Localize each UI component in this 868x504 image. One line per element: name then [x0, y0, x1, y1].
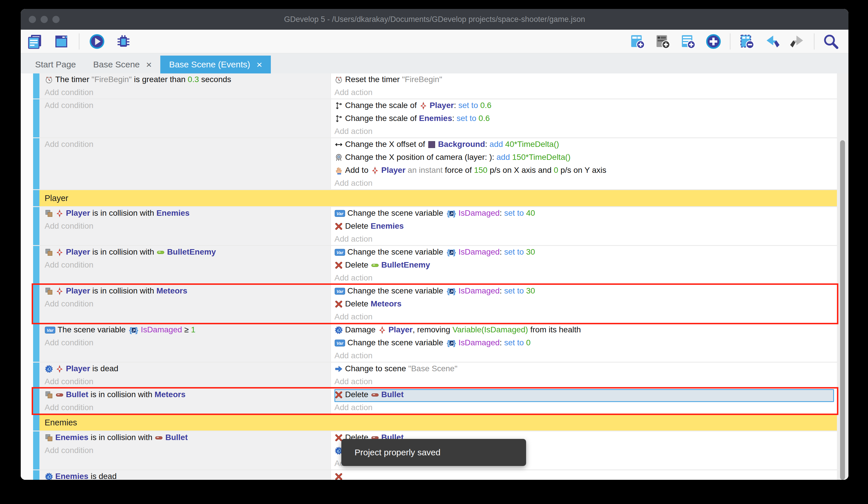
add-condition-button[interactable]: Add condition — [45, 376, 330, 387]
actions-cell[interactable]: Change the X offset of Background: add 4… — [331, 138, 837, 189]
close-window-button[interactable] — [29, 16, 36, 23]
actions-cell[interactable]: Change to scene "Base Scene"Add action — [331, 363, 837, 387]
actions-cell[interactable]: VarChange the scene variable {}IsDamaged… — [331, 246, 837, 284]
tab-base-scene[interactable]: Base Scene× — [85, 56, 161, 73]
conditions-cell[interactable]: Player is in collision with BulletEnemyA… — [39, 246, 330, 284]
event-handle[interactable] — [33, 207, 39, 245]
add-action-button[interactable]: Add action — [334, 126, 837, 137]
action-line[interactable]: VarChange the scene variable {}IsDamaged… — [334, 246, 837, 260]
add-condition-button[interactable]: Add condition — [45, 260, 330, 270]
redo-button[interactable] — [788, 32, 806, 50]
actions-cell[interactable]: VarChange the scene variable {}IsDamaged… — [331, 285, 837, 323]
event-handle[interactable] — [33, 431, 39, 470]
condition-line[interactable]: VarThe scene variable {}IsDamaged ≥ 1 — [45, 324, 330, 337]
action-line[interactable]: Change to scene "Base Scene" — [334, 363, 837, 376]
add-action-button[interactable]: Add action — [334, 272, 837, 283]
conditions-cell[interactable]: VarThe scene variable {}IsDamaged ≥ 1Add… — [39, 324, 330, 362]
conditions-cell[interactable]: Player is in collision with EnemiesAdd c… — [39, 207, 330, 245]
event-handle[interactable] — [33, 324, 39, 362]
conditions-cell[interactable]: Player is in collision with MeteorsAdd c… — [39, 285, 330, 323]
action-line[interactable]: Damage Player, removing Variable(IsDamag… — [334, 324, 837, 337]
actions-cell[interactable]: VarChange the scene variable {}IsDamaged… — [331, 207, 837, 245]
condition-line[interactable]: Enemies is in collision with Bullet — [45, 432, 330, 445]
group-header[interactable]: Player — [39, 190, 837, 206]
action-line[interactable]: Change the X position of camera (layer: … — [334, 152, 837, 165]
tab-close-icon[interactable]: × — [256, 60, 262, 69]
add-action-button[interactable]: Add action — [334, 234, 837, 244]
add-action-button[interactable]: Add action — [334, 350, 837, 361]
add-action-button[interactable]: Add action — [334, 178, 837, 189]
action-line[interactable] — [334, 471, 837, 480]
tab-base-scene-events-[interactable]: Base Scene (Events)× — [160, 56, 271, 73]
action-line[interactable]: VarChange the scene variable {}IsDamaged… — [334, 285, 837, 299]
conditions-cell[interactable]: Player is deadAdd condition — [39, 363, 330, 387]
conditions-cell[interactable]: Enemies is in collision with BulletAdd c… — [39, 431, 330, 470]
actions-cell[interactable]: Reset the timer "FireBegin"Add action — [331, 73, 837, 99]
action-line[interactable]: Add to Player an instant force of 150 p/… — [334, 165, 837, 178]
add-condition-button[interactable]: Add condition — [45, 221, 330, 232]
condition-line[interactable]: Player is in collision with Enemies — [45, 208, 330, 221]
tab-close-icon[interactable]: × — [146, 60, 152, 69]
conditions-cell[interactable]: Add condition — [39, 99, 330, 137]
play-button[interactable] — [88, 32, 106, 50]
condition-line[interactable]: Player is in collision with Meteors — [45, 285, 330, 299]
action-line[interactable]: VarChange the scene variable {}IsDamaged… — [334, 208, 837, 221]
vertical-scrollbar[interactable] — [840, 140, 845, 480]
action-line[interactable]: VarChange the scene variable {}IsDamaged… — [334, 337, 837, 350]
event-handle[interactable] — [33, 246, 39, 284]
conditions-cell[interactable]: The timer "FireBegin" is greater than 0.… — [39, 73, 330, 99]
condition-line[interactable]: Bullet is in collision with Meteors — [45, 389, 330, 402]
action-line[interactable]: Change the scale of Player: set to 0.6 — [334, 100, 837, 113]
actions-cell[interactable]: Damage Player, removing Variable(IsDamag… — [331, 324, 837, 362]
condition-line[interactable]: Player is dead — [45, 363, 330, 376]
add-condition-button[interactable]: Add condition — [45, 402, 330, 413]
event-handle[interactable] — [33, 363, 39, 387]
event-handle[interactable] — [33, 190, 39, 206]
actions-cell[interactable]: Change the scale of Player: set to 0.6Ch… — [331, 99, 837, 137]
minimize-window-button[interactable] — [41, 16, 48, 23]
add-subevent-button[interactable] — [679, 32, 697, 50]
condition-line[interactable]: The timer "FireBegin" is greater than 0.… — [45, 74, 330, 87]
action-line[interactable]: Change the scale of Enemies: set to 0.6 — [334, 113, 837, 126]
debug-button[interactable] — [115, 32, 132, 50]
action-line[interactable]: Delete Meteors — [334, 299, 837, 311]
add-event-button[interactable] — [629, 32, 647, 50]
tab-start-page[interactable]: Start Page — [27, 56, 85, 73]
event-handle[interactable] — [33, 73, 39, 99]
delete-event-button[interactable] — [738, 32, 756, 50]
maximize-window-button[interactable] — [52, 16, 60, 23]
event-handle[interactable] — [33, 138, 39, 189]
add-action-button[interactable]: Add action — [334, 376, 837, 387]
event-handle[interactable] — [33, 470, 39, 480]
add-condition-button[interactable]: Add condition — [45, 100, 330, 111]
conditions-cell[interactable]: Add condition — [39, 138, 330, 189]
undo-button[interactable] — [763, 32, 781, 50]
event-handle[interactable] — [33, 99, 39, 137]
condition-line[interactable]: Enemies is dead — [45, 471, 330, 480]
event-handle[interactable] — [33, 389, 39, 414]
scene-editor-button[interactable] — [52, 32, 70, 50]
event-handle[interactable] — [33, 285, 39, 323]
add-condition-button[interactable]: Add condition — [45, 445, 330, 456]
project-manager-button[interactable] — [26, 32, 44, 50]
group-header[interactable]: Enemies — [39, 414, 837, 431]
add-condition-button[interactable]: Add condition — [45, 87, 330, 98]
action-line[interactable]: Delete Enemies — [334, 221, 837, 234]
add-condition-button[interactable]: Add condition — [45, 139, 330, 150]
action-line[interactable]: Delete BulletEnemy — [334, 260, 837, 272]
action-line[interactable]: Delete Bullet — [334, 389, 834, 402]
actions-cell[interactable]: Add action — [331, 470, 837, 480]
condition-line[interactable]: Player is in collision with BulletEnemy — [45, 246, 330, 260]
action-line[interactable]: Reset the timer "FireBegin" — [334, 74, 837, 87]
add-condition-button[interactable]: Add condition — [45, 337, 330, 348]
add-action-button[interactable]: Add action — [334, 402, 837, 413]
event-handle[interactable] — [33, 414, 39, 431]
actions-cell[interactable]: Delete BulletAdd action — [331, 389, 837, 414]
action-line[interactable]: Change the X offset of Background: add 4… — [334, 139, 837, 152]
conditions-cell[interactable]: Bullet is in collision with MeteorsAdd c… — [39, 389, 330, 414]
search-button[interactable] — [822, 32, 840, 50]
add-action-button[interactable]: Add action — [334, 87, 837, 98]
add-condition-button[interactable]: Add condition — [45, 299, 330, 309]
add-action-button[interactable]: Add action — [334, 311, 837, 322]
conditions-cell[interactable]: Enemies is deadAdd condition — [39, 470, 330, 480]
